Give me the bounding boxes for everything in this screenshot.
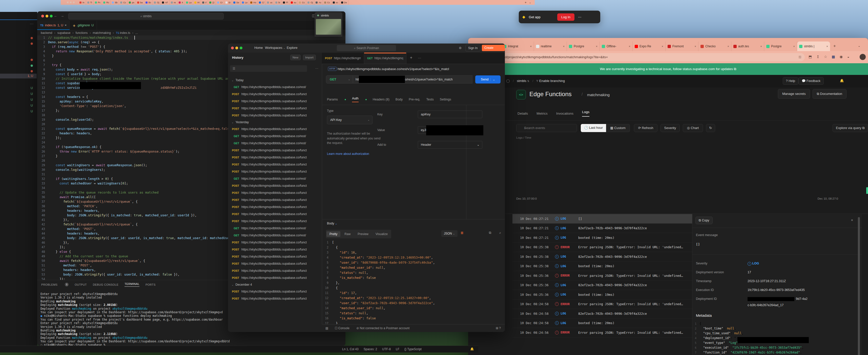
- response-json[interactable]: 1[2 {3 "id": 16,4 "created_at": "2023-12…: [322, 240, 505, 331]
- config-tab-settings[interactable]: Settings: [440, 98, 451, 101]
- download-icon-button[interactable]: ↻: [706, 124, 715, 132]
- log-row[interactable]: 10 Dec 08:27:21iLOG82ef2acb-702b-4943-90…: [513, 224, 692, 233]
- background-tab[interactable]: AF: [161, 0, 169, 5]
- workspaces-menu[interactable]: Workspaces ⌄: [265, 46, 285, 50]
- url-input[interactable]: htto/rest/v1/queue?select=*&is_match: [353, 75, 472, 84]
- selected-file-row[interactable]: 1, U: [0, 74, 37, 78]
- status-item[interactable]: UTF-8: [382, 347, 391, 351]
- panel-tab-output[interactable]: OUTPUT: [75, 283, 87, 286]
- browser-tab[interactable]: Fremont×: [665, 41, 699, 51]
- history-request-item[interactable]: GEThttps://xkytvzltkmgmqvdbbtdu.supabase…: [228, 84, 322, 91]
- new-tab-button[interactable]: +: [522, 1, 529, 4]
- history-group-header[interactable]: ⌄Yesterday: [228, 119, 322, 126]
- vscode-titlebar[interactable]: ←→ ⌕ stmbls ◫ ▭ ◨ ⊞: [37, 11, 345, 21]
- background-tab[interactable]: Si: [224, 0, 232, 5]
- wrap-lines-icon[interactable]: ≣: [461, 231, 464, 235]
- close-tab-icon[interactable]: ×: [793, 45, 795, 48]
- browser-tab[interactable]: Expo Re×: [633, 41, 665, 51]
- history-request-item[interactable]: POSThttps://xkytvzltkmgmqvdbbtdu.supabas…: [228, 126, 322, 133]
- postman-search-input[interactable]: ⌕ Search Postman: [337, 45, 396, 51]
- help-button[interactable]: ? Help: [783, 77, 798, 85]
- log-row[interactable]: 10 Dec 08:24:58!ERRORError parsing JSON:…: [513, 299, 692, 309]
- editor-tab-.gitignore[interactable]: ◈.gitignoreU: [70, 21, 97, 30]
- command-center-search[interactable]: ⌕ stmbls: [68, 13, 224, 20]
- create-account-button[interactable]: Create Account: [482, 45, 505, 51]
- traffic-lights[interactable]: [67, 2, 75, 3]
- key-icon[interactable]: ⚿: [799, 53, 801, 61]
- history-filter-input[interactable]: ☰: [230, 65, 307, 72]
- response-format-select[interactable]: JSON ⌄: [441, 230, 458, 237]
- feedback-button[interactable]: 💬 Feedback: [798, 77, 824, 85]
- get-app-button[interactable]: Get app: [529, 15, 540, 19]
- config-tab-body[interactable]: Body: [396, 98, 403, 101]
- close-tab-icon[interactable]: ×: [695, 45, 696, 48]
- background-tab[interactable]: C/: [258, 0, 266, 5]
- settings-gear-icon[interactable]: ⚙: [459, 46, 462, 50]
- breadcrumb[interactable]: backend›supabase›functions›matchmaking›T…: [41, 30, 138, 35]
- browser-tab[interactable]: Integrat×: [501, 41, 534, 51]
- close-tab-icon[interactable]: ×: [563, 45, 565, 48]
- notifications-bell-icon[interactable]: 🔔: [840, 79, 844, 83]
- address-bar[interactable]: ase.com/dashboard/project/xkytvzltkmgmqv…: [473, 53, 805, 61]
- history-request-item[interactable]: GEThttps://xkytvzltkmgmqvdbbtdu.supabase…: [228, 225, 322, 232]
- view-raw[interactable]: Raw: [341, 231, 353, 237]
- close-tab-icon[interactable]: ×: [761, 45, 762, 48]
- history-request-item[interactable]: POSThttps://xkytvzltkmgmqvdbbtdu.supabas…: [228, 253, 322, 260]
- send-button[interactable]: Send⌄: [475, 75, 501, 84]
- new-request-tab-button[interactable]: +: [406, 53, 416, 64]
- breadcrumb-item[interactable]: TS index.ts: [116, 31, 130, 35]
- key-input[interactable]: apiKey: [418, 110, 482, 118]
- breadcrumb-item[interactable]: backend: [41, 31, 52, 35]
- incident-banner[interactable]: We are currently investigating a technic…: [468, 63, 868, 75]
- config-tab-params[interactable]: Params: [327, 98, 338, 101]
- profile-avatar[interactable]: [859, 54, 866, 61]
- history-request-item[interactable]: POSThttps://xkytvzltkmgmqvdbbtdu.supabas…: [228, 147, 322, 154]
- enable-branching-button[interactable]: ⑂ Enable branching: [536, 79, 565, 83]
- config-tab-auth[interactable]: Auth: [352, 97, 359, 102]
- history-request-item[interactable]: GEThttps://xkytvzltkmgmqvdbbtdu.supabase…: [228, 133, 322, 140]
- explore-menu[interactable]: Explore: [287, 46, 297, 50]
- auth-learn-link[interactable]: Learn more about authorization: [327, 152, 369, 156]
- close-tab-icon[interactable]: ×: [629, 45, 630, 48]
- view-pretty[interactable]: Pretty: [327, 231, 340, 237]
- history-request-item[interactable]: POSThttps://xkytvzltkmgmqvdbbtdu.supabas…: [228, 168, 322, 175]
- close-tab-icon[interactable]: ×: [596, 45, 597, 48]
- background-tab[interactable]: Le: [241, 0, 249, 5]
- history-request-item[interactable]: POSThttps://xkytvzltkmgmqvdbbtdu.supabas…: [228, 274, 322, 281]
- history-request-item[interactable]: POSThttps://xkytvzltkmgmqvdbbtdu.supabas…: [228, 260, 322, 267]
- footer-icons[interactable]: ⊞ ?: [496, 324, 501, 332]
- close-tab-icon[interactable]: ×: [530, 45, 532, 48]
- new-tab-button[interactable]: +: [833, 43, 836, 49]
- console-button[interactable]: ☐ Console: [335, 326, 349, 330]
- response-body-select[interactable]: Body ⌄: [327, 222, 337, 225]
- background-tab[interactable]: bi: [274, 0, 282, 5]
- history-request-item[interactable]: POSThttps://xkytvzltkmgmqvdbbtdu.supabas…: [228, 182, 322, 189]
- log-in-button[interactable]: Log In: [557, 13, 575, 21]
- config-tab-tests[interactable]: Tests: [426, 98, 433, 101]
- background-tab[interactable]: su: [289, 0, 298, 5]
- import-button[interactable]: Import: [303, 55, 316, 60]
- sidebar-toggle-icon[interactable]: ▤: [326, 326, 328, 330]
- background-tab[interactable]: I/: [201, 0, 208, 5]
- panel-tab-terminal[interactable]: TERMINAL: [125, 282, 140, 287]
- new-button[interactable]: New: [290, 55, 301, 60]
- breadcrumb-item[interactable]: matchmaking: [93, 31, 111, 35]
- background-tab[interactable]: re: [169, 0, 177, 5]
- background-tab[interactable]: Cc: [119, 0, 128, 5]
- minimize-button[interactable]: [235, 46, 238, 49]
- background-tab[interactable]: ba: [136, 0, 144, 5]
- background-tab[interactable]: Bc: [144, 0, 153, 5]
- breadcrumb-item[interactable]: supabase: [57, 31, 70, 35]
- browser-tab[interactable]: stmbls |×: [797, 41, 830, 51]
- zoom-button[interactable]: [50, 15, 53, 18]
- last-hour-filter[interactable]: 🕐 Last hour: [581, 124, 606, 132]
- history-request-item[interactable]: POSThttps://xkytvzltkmgmqvdbbtdu.supabas…: [228, 105, 322, 112]
- close-icon[interactable]: ×: [65, 24, 67, 27]
- background-tab[interactable]: Cc: [298, 0, 306, 5]
- background-tab[interactable]: In: [78, 0, 86, 5]
- history-request-item[interactable]: POSThttps://xkytvzltkmgmqvdbbtdu.supabas…: [228, 203, 322, 211]
- background-tab[interactable]: La: [185, 0, 193, 5]
- status-item[interactable]: Spaces: 2: [364, 347, 377, 351]
- history-request-item[interactable]: POSThttps://xkytvzltkmgmqvdbbtdu.supabas…: [228, 196, 322, 203]
- panel-scrollbar[interactable]: [858, 217, 860, 355]
